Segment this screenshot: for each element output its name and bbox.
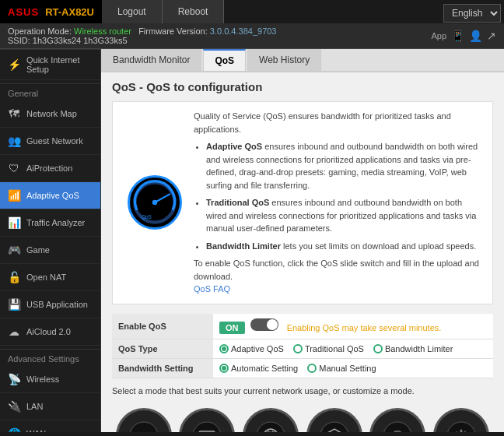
sidebar-label: AiProtection [26, 164, 72, 173]
adaptive-radio[interactable] [219, 344, 229, 353]
enable-qos-message: Enabling QoS may take several minutes. [287, 323, 442, 332]
sidebar-item-wireless[interactable]: 📡 Wireless [0, 366, 100, 393]
header-icons: App 📱 👤 ↗ [431, 30, 496, 42]
sidebar-item-open-nat[interactable]: 🔓 Open NAT [0, 264, 100, 291]
reboot-button[interactable]: Reboot [163, 0, 225, 23]
app-label: App [431, 31, 446, 40]
firmware-version: 3.0.0.4.384_9703 [210, 26, 277, 36]
svg-point-28 [383, 422, 411, 433]
mode-work-from-home[interactable]: Work-From-Home [369, 408, 425, 433]
games-icon-circle [116, 408, 172, 433]
auto-radio[interactable] [219, 364, 229, 373]
sidebar-item-usb-application[interactable]: 💾 USB Application [0, 291, 100, 318]
svg-point-22 [320, 422, 348, 433]
logout-button[interactable]: Logout [102, 0, 163, 23]
sidebar-label: Wireless [26, 374, 59, 384]
sidebar-item-guest-network[interactable]: 👥 Guest Network [0, 128, 100, 155]
ssid-label: SSID: [8, 36, 33, 45]
bandwidth-group: Automatic Setting Manual Setting [219, 364, 487, 373]
enable-qos-row: Enable QoS ON Enabling QoS may take seve… [112, 314, 493, 339]
manual-radio[interactable] [307, 364, 317, 373]
sidebar-item-aiprotection[interactable]: 🛡 AiProtection [0, 155, 100, 182]
sidebar-item-lan[interactable]: 🔌 LAN [0, 393, 100, 420]
sidebar-label: Game [26, 245, 50, 255]
qos-type-limiter[interactable]: Bandwidth Limiter [373, 344, 453, 353]
usb-icon: 💾 [6, 297, 22, 312]
game-icon: 🎮 [6, 242, 22, 258]
svg-point-2 [152, 200, 157, 205]
main-layout: ⚡ Quick Internet Setup General 🗺 Network… [0, 49, 504, 432]
mode-games[interactable]: Games [116, 408, 172, 433]
desc-item-limiter: Bandwidth Limiter lets you set limits on… [206, 240, 481, 253]
quick-internet-setup-icon: ⚡ [6, 57, 22, 72]
language-select[interactable]: English [443, 4, 501, 23]
sidebar: ⚡ Quick Internet Setup General 🗺 Network… [0, 49, 101, 432]
tab-web-history[interactable]: Web History [247, 49, 321, 71]
top-bar: ASUS RT-AX82U Logout Reboot English [0, 0, 504, 23]
bandwidth-manual[interactable]: Manual Setting [307, 364, 376, 373]
qos-type-control: Adaptive QoS Traditional QoS Bandwidth L… [213, 339, 493, 358]
sidebar-label: Open NAT [26, 272, 66, 282]
desc-item-adaptive: Adaptive QoS ensures inbound and outboun… [206, 140, 481, 192]
tab-bandwidth-monitor[interactable]: Bandwidth Monitor [101, 49, 201, 71]
traditional-radio[interactable] [293, 344, 303, 353]
media-streaming-icon-circle [179, 408, 235, 433]
qos-type-traditional[interactable]: Traditional QoS [293, 344, 364, 353]
sidebar-label: Quick Internet Setup [26, 55, 94, 74]
gauge-circle: QoS [128, 175, 182, 230]
modes-row: Games MediaStreaming [112, 402, 493, 433]
sidebar-section-advanced: Advanced Settings [0, 349, 100, 366]
page-title: QoS - QoS to configuration [112, 80, 493, 93]
sidebar-item-network-map[interactable]: 🗺 Network Map [0, 100, 100, 128]
sidebar-label: Guest Network [26, 136, 83, 146]
mode-web-surfing[interactable]: Web Surfing [243, 408, 299, 433]
top-nav: Logout Reboot [102, 0, 443, 23]
tab-qos[interactable]: QoS [203, 49, 246, 71]
qos-type-adaptive[interactable]: Adaptive QoS [219, 344, 284, 353]
desc-footer: To enable QoS function, click the QoS sl… [194, 257, 481, 283]
limiter-label: Bandwidth Limiter [385, 344, 453, 353]
settings-table: Enable QoS ON Enabling QoS may take seve… [112, 314, 493, 378]
sidebar-item-quick-internet-setup[interactable]: ⚡ Quick Internet Setup [0, 49, 100, 80]
sidebar-label: AiCloud 2.0 [26, 327, 71, 336]
ssid-value: 1h3G33ks24 1h3G33ks5 [33, 36, 128, 45]
sidebar-item-game[interactable]: 🎮 Game [0, 237, 100, 264]
web-surfing-icon-circle [243, 408, 299, 433]
desc-text: Quality of Service (QoS) ensures bandwid… [194, 110, 481, 296]
sidebar-item-traffic-analyzer[interactable]: 📊 Traffic Analyzer [0, 209, 100, 237]
limiter-radio[interactable] [373, 344, 383, 353]
bandwidth-setting-row: Bandwidth Setting Automatic Setting Manu… [112, 358, 493, 378]
svg-text:QoS: QoS [142, 215, 152, 221]
bandwidth-setting-control: Automatic Setting Manual Setting [213, 358, 493, 378]
learn-from-home-icon-circle [306, 408, 362, 433]
mode-customize[interactable]: Customize [433, 408, 489, 433]
qos-gauge: QoS [124, 110, 186, 296]
bandwidth-auto[interactable]: Automatic Setting [219, 364, 298, 373]
sidebar-label: USB Application [26, 300, 88, 309]
sidebar-item-aicloud[interactable]: ☁ AiCloud 2.0 [0, 318, 100, 346]
mode-media-streaming[interactable]: MediaStreaming [179, 408, 235, 433]
qos-toggle[interactable] [250, 318, 278, 331]
sidebar-label: Traffic Analyzer [26, 218, 85, 227]
sidebar-item-wan[interactable]: 🌐 WAN [0, 420, 100, 432]
enable-qos-control: ON Enabling QoS may take several minutes… [213, 314, 493, 339]
description-box: QoS Quality of Service (QoS) ensures ban… [112, 101, 493, 304]
work-from-home-icon-circle [369, 408, 425, 433]
sidebar-section-general: General [0, 83, 100, 100]
sidebar-label: Adaptive QoS [26, 191, 79, 200]
phone-icon[interactable]: 📱 [451, 30, 464, 42]
person-icon[interactable]: 👤 [469, 30, 482, 42]
adaptive-label: Adaptive QoS [231, 344, 284, 353]
traditional-label: Traditional QoS [305, 344, 364, 353]
guest-network-icon: 👥 [6, 133, 22, 149]
sidebar-item-adaptive-qos[interactable]: 📶 Adaptive QoS [0, 182, 100, 209]
header: Operation Mode: Wireless router Firmware… [0, 23, 504, 49]
qos-type-group: Adaptive QoS Traditional QoS Bandwidth L… [219, 344, 487, 353]
share-icon[interactable]: ↗ [487, 30, 496, 42]
auto-label: Automatic Setting [231, 364, 298, 373]
aicloud-icon: ☁ [6, 324, 22, 339]
mode-learn-from-home[interactable]: Learn-From-Home [306, 408, 362, 433]
qos-faq-link[interactable]: QoS FAQ [194, 284, 230, 294]
customize-icon-circle [433, 408, 489, 433]
network-map-icon: 🗺 [6, 106, 22, 121]
